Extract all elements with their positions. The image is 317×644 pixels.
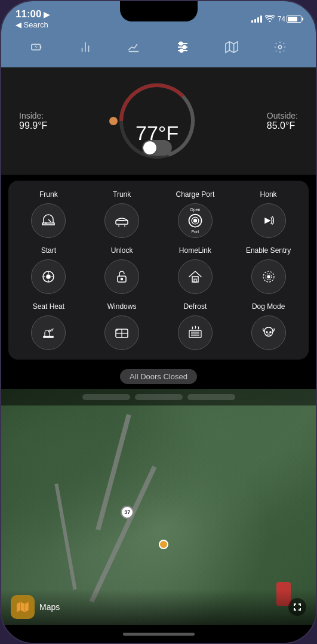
- map-road-2: [90, 466, 157, 603]
- svg-marker-8: [226, 42, 238, 52]
- trunk-control[interactable]: Trunk: [87, 190, 158, 238]
- maps-button[interactable]: [11, 595, 35, 619]
- location-arrow-icon: ▶: [44, 10, 50, 19]
- honk-control[interactable]: Honk: [233, 190, 304, 238]
- status-time: 11:00 ▶: [16, 8, 50, 20]
- seat-heat-button[interactable]: [31, 315, 66, 350]
- map-road-3: [55, 484, 77, 590]
- windows-control[interactable]: Windows: [87, 302, 158, 350]
- map-address-blur: [1, 389, 316, 405]
- outside-temp: Outside: 85.0°F: [267, 111, 298, 131]
- maps-label: Maps: [39, 602, 60, 612]
- svg-rect-17: [116, 221, 128, 224]
- nav-bar: [1, 33, 316, 67]
- defrost-control[interactable]: Defrost: [160, 302, 231, 350]
- windows-button[interactable]: [104, 315, 139, 350]
- battery-indicator: 74: [278, 15, 301, 23]
- svg-marker-42: [17, 602, 29, 612]
- controls-panel: Frunk Trunk: [8, 181, 309, 360]
- charge-port-control[interactable]: Charge Port Open Port: [160, 190, 231, 238]
- svg-point-11: [278, 45, 282, 49]
- back-search-btn[interactable]: ◀ Search: [16, 20, 50, 29]
- notch: [120, 1, 198, 21]
- temp-center: 77°F: [115, 79, 199, 163]
- graph-icon[interactable]: [122, 38, 145, 60]
- status-right: 74: [251, 14, 301, 24]
- map-expand-button[interactable]: [288, 598, 306, 616]
- temp-ring: 77°F: [115, 79, 199, 163]
- battery-nav-icon[interactable]: [26, 38, 48, 60]
- svg-point-26: [121, 278, 123, 280]
- homelink-control[interactable]: HomeLink: [160, 246, 231, 294]
- frunk-control[interactable]: Frunk: [13, 190, 84, 238]
- honk-button[interactable]: [251, 203, 286, 238]
- svg-point-41: [267, 334, 270, 335]
- dog-mode-button[interactable]: [251, 315, 286, 350]
- svg-point-7: [180, 49, 183, 52]
- homelink-button[interactable]: [178, 259, 213, 294]
- map-bottom-bar: Maps: [1, 589, 316, 625]
- main-content: Inside: 99.9°F 77°F: [1, 67, 316, 625]
- svg-point-16: [45, 222, 47, 224]
- time-label: 11:00: [16, 8, 41, 20]
- svg-point-23: [194, 219, 197, 222]
- svg-point-5: [179, 42, 182, 45]
- start-control[interactable]: Start: [13, 246, 84, 294]
- wifi-icon: [265, 14, 275, 24]
- climate-toggle[interactable]: [142, 140, 172, 156]
- map-location-marker: [159, 540, 168, 549]
- enable-sentry-control[interactable]: Enable Sentry: [233, 246, 304, 294]
- status-left: 11:00 ▶ ◀ Search: [16, 8, 50, 29]
- temperature-section: Inside: 99.9°F 77°F: [1, 67, 316, 175]
- chart-icon[interactable]: [74, 38, 97, 60]
- signal-icon: [251, 16, 262, 23]
- trunk-button[interactable]: [104, 203, 139, 238]
- controls-grid: Frunk Trunk: [13, 190, 304, 350]
- sliders-icon[interactable]: [171, 38, 195, 60]
- svg-point-6: [183, 46, 186, 49]
- inside-temp: Inside: 99.9°F: [19, 111, 47, 131]
- svg-point-39: [266, 332, 267, 333]
- unlock-control[interactable]: Unlock: [87, 246, 158, 294]
- charge-port-button[interactable]: Open Port: [178, 203, 213, 238]
- map-section[interactable]: 37 Maps: [1, 389, 316, 625]
- phone-frame: 11:00 ▶ ◀ Search: [0, 0, 317, 644]
- start-button[interactable]: [31, 259, 66, 294]
- doors-status-badge: All Doors Closed: [1, 369, 316, 384]
- unlock-button[interactable]: [104, 259, 139, 294]
- map-nav-icon[interactable]: [220, 38, 243, 60]
- gear-icon[interactable]: [269, 38, 291, 60]
- svg-point-31: [267, 275, 270, 278]
- frunk-button[interactable]: [31, 203, 66, 238]
- map-road-sign: 37: [121, 506, 134, 519]
- dog-mode-control[interactable]: Dog Mode: [233, 302, 304, 350]
- defrost-button[interactable]: [178, 315, 213, 350]
- svg-point-40: [270, 332, 271, 333]
- home-indicator: [1, 625, 316, 643]
- home-bar: [123, 633, 195, 636]
- doors-status-label: All Doors Closed: [120, 369, 197, 384]
- enable-sentry-button[interactable]: [251, 259, 286, 294]
- battery-icon: [287, 16, 301, 23]
- svg-line-15: [48, 219, 51, 222]
- seat-heat-control[interactable]: Seat Heat: [13, 302, 84, 350]
